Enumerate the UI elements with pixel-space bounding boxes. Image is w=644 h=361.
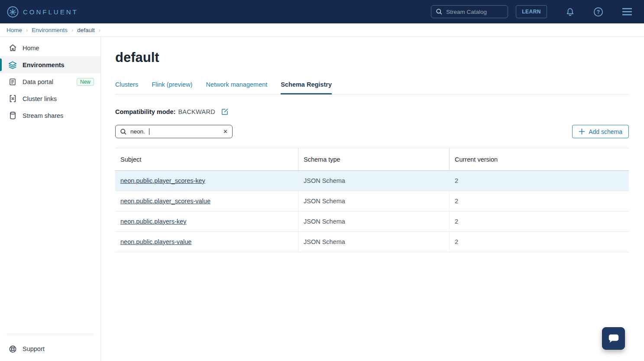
database-icon: [8, 111, 17, 120]
help-icon[interactable]: ?: [593, 7, 603, 17]
sidebar-item-support[interactable]: Support: [0, 340, 100, 358]
sidebar-item-cluster-links[interactable]: Cluster links: [0, 90, 100, 107]
subject-link[interactable]: neon.public.players-key: [120, 218, 186, 225]
breadcrumb-environments[interactable]: Environments: [32, 27, 68, 33]
add-schema-button[interactable]: Add schema: [572, 125, 629, 138]
column-header-schema-type: Schema type: [298, 148, 450, 170]
search-query-text: neon.: [130, 128, 145, 135]
search-icon: [436, 8, 443, 15]
breadcrumb: Home › Environments › default ›: [0, 23, 644, 37]
main-content: default Clusters Flink (preview) Network…: [101, 37, 644, 361]
subject-link[interactable]: neon.public.player_scores-value: [120, 198, 210, 205]
table-row[interactable]: neon.public.player_scores-key JSON Schem…: [115, 171, 629, 191]
support-label: Support: [23, 345, 45, 352]
schemas-table: Subject Schema type Current version neon…: [115, 148, 629, 252]
chevron-right-icon: ›: [99, 27, 100, 33]
version-cell: 2: [450, 232, 629, 252]
tab-network-management[interactable]: Network management: [206, 81, 267, 94]
chevron-right-icon: ›: [71, 27, 73, 33]
hamburger-icon[interactable]: [621, 7, 633, 16]
search-icon: [120, 128, 127, 135]
table-row[interactable]: neon.public.players-key JSON Schema 2: [115, 211, 629, 232]
active-indicator: [0, 59, 2, 71]
sidebar-item-environments[interactable]: Environments: [0, 56, 100, 73]
learn-button[interactable]: LEARN: [516, 5, 547, 18]
confluent-logo-icon: [7, 6, 19, 18]
schema-search-input[interactable]: neon. ✕: [115, 125, 233, 138]
home-icon: [8, 44, 17, 52]
column-header-current-version: Current version: [450, 148, 629, 170]
sidebar-item-label: Data portal: [23, 78, 53, 85]
table-row[interactable]: neon.public.player_scores-value JSON Sch…: [115, 191, 629, 211]
sidebar: Home Environments Data portal New: [0, 37, 101, 361]
table-row[interactable]: neon.public.players-value JSON Schema 2: [115, 232, 629, 252]
sidebar-item-home[interactable]: Home: [0, 39, 100, 56]
stream-catalog-search[interactable]: [431, 5, 508, 18]
bell-icon[interactable]: [565, 7, 575, 17]
compatibility-mode-value: BACKWARD: [178, 108, 215, 115]
sidebar-item-label: Environments: [23, 62, 65, 68]
page-title: default: [115, 50, 629, 65]
life-ring-icon: [8, 345, 17, 353]
breadcrumb-home[interactable]: Home: [6, 27, 22, 33]
breadcrumb-default[interactable]: default: [77, 27, 95, 33]
layers-icon: [8, 61, 17, 69]
chat-bubble-icon: [607, 332, 620, 345]
chat-button[interactable]: [602, 327, 625, 350]
svg-text:?: ?: [597, 9, 600, 15]
version-cell: 2: [450, 211, 629, 231]
edit-icon[interactable]: [221, 108, 229, 115]
sidebar-item-data-portal[interactable]: Data portal New: [0, 73, 100, 90]
version-cell: 2: [450, 171, 629, 191]
sidebar-item-stream-shares[interactable]: Stream shares: [0, 107, 100, 124]
cluster-links-icon: [8, 94, 17, 103]
chevron-right-icon: ›: [26, 27, 28, 33]
sidebar-item-label: Cluster links: [23, 95, 57, 102]
text-cursor: [149, 128, 149, 135]
plus-icon: [579, 128, 585, 135]
new-badge: New: [77, 78, 94, 86]
subject-link[interactable]: neon.public.player_scores-key: [120, 177, 205, 184]
table-header: Subject Schema type Current version: [115, 148, 629, 171]
brand-name: CONFLUENT: [23, 8, 78, 16]
tab-flink-preview[interactable]: Flink (preview): [152, 81, 192, 94]
top-navigation-bar: CONFLUENT LEARN ?: [0, 0, 644, 23]
subject-link[interactable]: neon.public.players-value: [120, 238, 191, 245]
sidebar-divider: [6, 334, 94, 334]
document-icon: [8, 78, 17, 86]
version-cell: 2: [450, 191, 629, 211]
clear-icon[interactable]: ✕: [223, 129, 228, 134]
schema-type-cell: JSON Schema: [298, 171, 450, 191]
stream-catalog-input[interactable]: [446, 9, 498, 15]
sidebar-item-label: Stream shares: [23, 112, 63, 119]
tab-bar: Clusters Flink (preview) Network managem…: [115, 81, 629, 94]
tab-clusters[interactable]: Clusters: [115, 81, 138, 94]
confluent-logo[interactable]: CONFLUENT: [7, 6, 78, 18]
compatibility-mode-row: Compatibility mode: BACKWARD: [115, 108, 629, 115]
add-schema-label: Add schema: [589, 128, 622, 135]
tab-schema-registry[interactable]: Schema Registry: [281, 81, 332, 94]
schema-type-cell: JSON Schema: [298, 211, 450, 231]
compatibility-mode-label: Compatibility mode:: [115, 108, 175, 115]
schema-type-cell: JSON Schema: [298, 191, 450, 211]
column-header-subject: Subject: [115, 148, 298, 170]
schema-type-cell: JSON Schema: [298, 232, 450, 252]
sidebar-item-label: Home: [23, 45, 39, 52]
